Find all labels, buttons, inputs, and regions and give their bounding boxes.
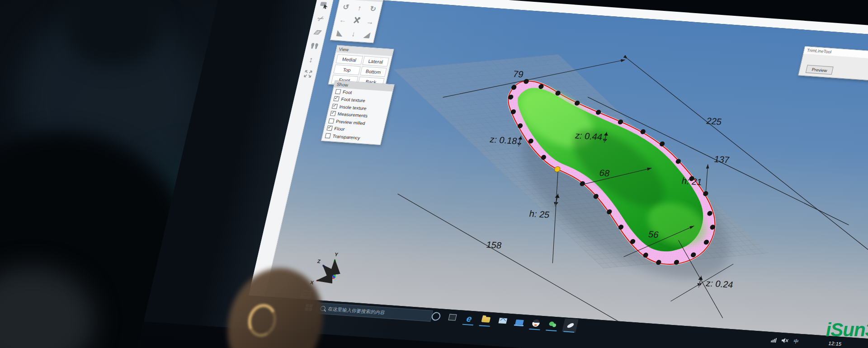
pan-left-icon[interactable]: ← (339, 16, 348, 24)
wechat-icon (548, 321, 557, 328)
checkbox-foot[interactable] (335, 89, 341, 94)
task-view-icon (448, 314, 457, 321)
rotate-ccw-icon[interactable]: ↺ (342, 3, 350, 12)
tools-icon[interactable] (351, 16, 362, 26)
checkbox-transparency[interactable] (325, 133, 331, 138)
checkbox-preview-milled[interactable] (328, 118, 334, 124)
view-button-lateral[interactable]: Lateral (362, 56, 389, 67)
tilt-right-icon[interactable]: ◢ (363, 30, 371, 39)
insoles-pair-icon[interactable] (308, 41, 321, 52)
cut-icon[interactable]: ✂ (315, 12, 327, 25)
show-item-label: Preview milled (335, 119, 366, 126)
show-item-label: Floor (334, 126, 345, 132)
measurement-label: 158 (486, 240, 503, 250)
pc-3d-icon (515, 319, 524, 324)
network-icon (770, 338, 776, 343)
measurement-label: 137 (713, 154, 730, 165)
show-item-label: Transparency (332, 133, 361, 140)
insole-app-icon (566, 322, 574, 329)
view-button-bottom[interactable]: Bottom (360, 66, 387, 77)
tilt-left-icon[interactable]: ◣ (336, 28, 344, 38)
view-button-medial[interactable]: Medial (336, 54, 363, 65)
checkbox-insole-texture[interactable] (332, 103, 338, 109)
tray-volume[interactable] (779, 336, 791, 345)
rotate-cw-icon[interactable]: ↻ (369, 5, 377, 14)
qq-icon (532, 320, 541, 327)
background-blur-monitor (18, 9, 199, 190)
viewport-3d[interactable]: 79 225 137 z: 0.44 z: 0.18 68 h: 21 h: 2… (249, 0, 868, 341)
measurement-label: h: 25 (528, 209, 551, 220)
select-region-icon[interactable] (318, 0, 330, 10)
volume-muted-icon (781, 337, 789, 344)
view-button-top[interactable]: Top (333, 65, 360, 75)
pan-right-icon[interactable]: → (365, 18, 374, 26)
axis-label-z: Z (317, 259, 321, 264)
pan-down-icon[interactable]: ↓ (351, 30, 356, 38)
checkbox-floor[interactable] (326, 126, 332, 131)
show-item-label: Insole texture (339, 104, 367, 111)
measurement-label: h: 21 (681, 176, 703, 187)
tray-ime[interactable]: 中 (791, 337, 802, 346)
blurred-hand (0, 267, 95, 348)
measurement-label: 225 (705, 116, 722, 127)
move-vertical-icon[interactable]: ↕ (305, 55, 317, 65)
fit-view-icon[interactable] (302, 69, 314, 79)
show-item-label: Foot texture (340, 97, 366, 103)
checkbox-measurements[interactable] (330, 111, 336, 116)
ime-indicator: 中 (793, 338, 799, 345)
search-placeholder: 在这里输入你要搜索的内容 (327, 306, 386, 316)
clock-time: 12:15 (828, 340, 842, 347)
background-blur-shelf (63, 0, 163, 68)
isun-watermark: iSun3 (826, 319, 868, 341)
measurement-label: z: 0.24 (705, 278, 734, 290)
axis-triad: Y Z X (310, 250, 341, 287)
show-item-label: Foot (342, 89, 352, 95)
edge-icon: e (466, 313, 473, 324)
axis-label-y: Y (334, 252, 339, 257)
preview-button[interactable]: Preview (806, 65, 834, 75)
checkbox-foot-texture[interactable] (333, 96, 339, 102)
mail-icon (498, 318, 507, 324)
measurement-label: z: 0.44 (574, 130, 604, 142)
cortana-icon (430, 311, 441, 320)
show-item-label: Measurements (337, 112, 368, 118)
pan-up-icon[interactable]: ↑ (357, 4, 362, 12)
file-explorer-icon (481, 317, 491, 323)
cross-section-icon[interactable] (311, 27, 324, 38)
tray-network[interactable] (768, 336, 779, 344)
measurement-label: z: 0.18 (489, 134, 518, 146)
